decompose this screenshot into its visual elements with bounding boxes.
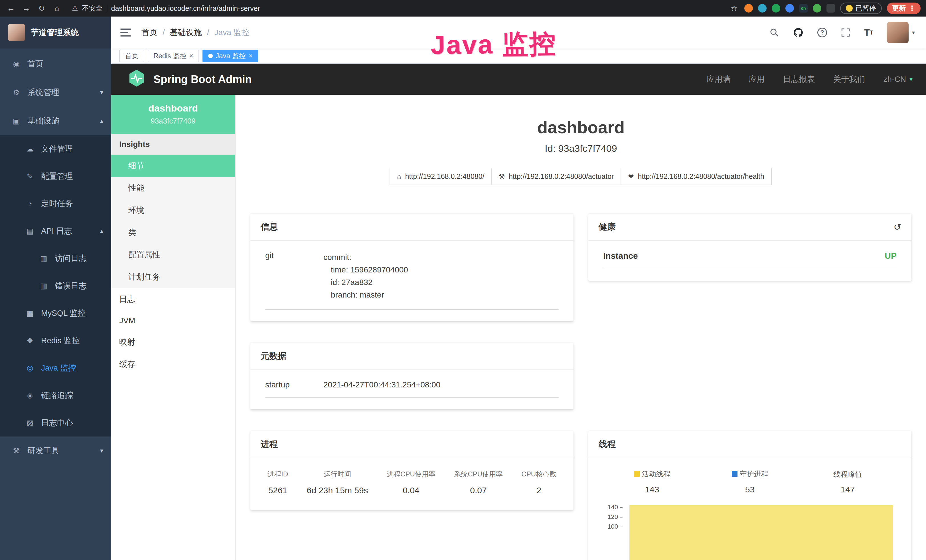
sidebar-item-infrastructure[interactable]: ▣ 基础设施 ▴ [0, 107, 111, 135]
error-log-icon: ▥ [39, 282, 48, 291]
tab-redis-monitor[interactable]: Redis 监控 × [148, 50, 199, 62]
security-label[interactable]: 不安全 [82, 4, 103, 13]
health-url-link[interactable]: ❤ http://192.168.0.2:48080/actuator/heal… [620, 168, 772, 185]
github-icon[interactable] [793, 27, 803, 38]
bookmark-star-icon[interactable]: ☆ [729, 3, 739, 14]
user-menu[interactable]: ▾ [887, 22, 915, 43]
sidebar-item-label: 研发工具 [27, 445, 59, 456]
extension-leaf-icon[interactable] [813, 4, 822, 12]
sba-nav-wallboard[interactable]: 应用墙 [707, 74, 731, 85]
avatar[interactable] [887, 22, 909, 43]
instance-links: ⌂ http://192.168.0.2:48080/ ⚒ http://192… [236, 168, 926, 185]
forward-icon[interactable]: → [21, 3, 31, 14]
sidebar-item-log-center[interactable]: ▨ 日志中心 [0, 409, 111, 436]
sba-nav-environment[interactable]: 环境 [111, 199, 235, 221]
sba-nav-journal[interactable]: 日志报表 [783, 74, 815, 85]
kebab-menu-icon[interactable]: ⋮ [909, 4, 915, 12]
paused-badge[interactable]: 已暂停 [840, 3, 882, 14]
help-icon[interactable]: ? [817, 28, 827, 37]
sba-nav-details[interactable]: 细节 [111, 154, 235, 177]
sidebar-item-label: 配置管理 [41, 171, 73, 182]
extension-icon[interactable] [785, 4, 794, 12]
sba-language-select[interactable]: zh-CN ▾ [884, 75, 912, 84]
sba-nav-mappings[interactable]: 映射 [111, 331, 235, 353]
font-size-icon[interactable]: TT [864, 27, 873, 38]
history-icon[interactable]: ↺ [893, 222, 901, 233]
logo-avatar [8, 24, 25, 41]
extension-icon[interactable] [772, 4, 780, 12]
sidebar-item-label: 访问日志 [55, 253, 87, 264]
sba-nav-jvm[interactable]: JVM [111, 310, 235, 331]
extension-icon[interactable] [744, 4, 753, 12]
sidebar-item-file-management[interactable]: ☁ 文件管理 [0, 135, 111, 163]
url-text[interactable]: dashboard.yudao.iocoder.cn/infra/admin-s… [111, 4, 260, 12]
sidebar-item-home[interactable]: ◉ 首页 [0, 50, 111, 78]
metric-cpu-cores: CPU核心数 2 [521, 469, 557, 495]
fullscreen-icon[interactable] [841, 28, 850, 37]
tab-label: Redis 监控 [153, 51, 186, 61]
sidebar-item-link-tracing[interactable]: ◈ 链路追踪 [0, 382, 111, 409]
sba-nav-applications[interactable]: 应用 [749, 74, 765, 85]
extension-icon[interactable] [826, 4, 835, 12]
update-button[interactable]: 更新 ⋮ [887, 3, 921, 14]
sidebar-item-system-management[interactable]: ⚙ 系统管理 ▾ [0, 78, 111, 107]
redis-icon: ❖ [25, 336, 35, 345]
app-logo[interactable]: 芋道管理系统 [0, 17, 111, 48]
gauge-icon: ◉ [11, 60, 21, 68]
tag-tab-bar: 首页 Redis 监控 × Java 监控 × [111, 48, 926, 64]
tab-home[interactable]: 首页 [119, 50, 144, 62]
sba-nav-about[interactable]: 关于我们 [833, 74, 865, 85]
edit-icon: ✎ [25, 172, 35, 181]
service-url-link[interactable]: ⌂ http://192.168.0.2:48080/ [390, 168, 492, 185]
sba-nav-scheduled-tasks[interactable]: 计划任务 [111, 266, 235, 288]
sba-app-header[interactable]: dashboard 93a3fc7f7409 [111, 95, 235, 134]
sba-brand-title[interactable]: Spring Boot Admin [153, 73, 252, 86]
extension-icon[interactable] [758, 4, 767, 12]
sidebar-item-redis-monitor[interactable]: ❖ Redis 监控 [0, 327, 111, 354]
paused-label: 已暂停 [856, 4, 876, 13]
breadcrumb-infrastructure[interactable]: 基础设施 [170, 27, 202, 38]
sba-nav-caches[interactable]: 缓存 [111, 353, 235, 375]
sba-header: Spring Boot Admin 应用墙 应用 日志报表 关于我们 zh-CN… [111, 64, 926, 95]
chart-area-fill [629, 505, 893, 560]
sidebar-item-access-logs[interactable]: ▥ 访问日志 [0, 245, 111, 272]
chevron-up-icon: ▴ [100, 117, 103, 125]
metric-pid: 进程ID 5261 [268, 469, 288, 495]
sba-nav-config-properties[interactable]: 配置属性 [111, 244, 235, 266]
sba-logo-icon[interactable] [127, 69, 146, 90]
address-bar[interactable]: ⚠ 不安全 dashboard.yudao.iocoder.cn/infra/a… [72, 4, 724, 13]
hamburger-icon[interactable] [120, 29, 131, 36]
sidebar-item-scheduled-tasks[interactable]: ◔ 定时任务 [0, 190, 111, 217]
sidebar-item-dev-tools[interactable]: ⚒ 研发工具 ▾ [0, 436, 111, 465]
active-dot [208, 54, 213, 58]
sidebar-item-api-logs[interactable]: ▤ API 日志 ▴ [0, 217, 111, 245]
actuator-url-link[interactable]: ⚒ http://192.168.0.2:48080/actuator [492, 168, 622, 185]
link-label: http://192.168.0.2:48080/actuator/health [638, 172, 764, 180]
search-icon[interactable] [769, 28, 779, 37]
sba-nav-logs[interactable]: 日志 [111, 288, 235, 310]
sidebar-item-error-logs[interactable]: ▥ 错误日志 [0, 272, 111, 300]
sidebar-item-config-management[interactable]: ✎ 配置管理 [0, 163, 111, 190]
sba-nav-performance[interactable]: 性能 [111, 177, 235, 199]
info-value: commit: time: 1596289704000 id: 27aa832 … [324, 251, 408, 301]
tab-java-monitor[interactable]: Java 监控 × [203, 50, 258, 62]
breadcrumb-home[interactable]: 首页 [141, 27, 157, 38]
back-icon[interactable]: ← [6, 3, 16, 14]
java-monitor-icon: ◎ [25, 364, 35, 372]
home-icon: ⌂ [397, 173, 401, 180]
browser-home-icon[interactable]: ⌂ [52, 3, 62, 14]
sba-nav-classes[interactable]: 类 [111, 221, 235, 244]
close-icon[interactable]: × [189, 53, 194, 59]
info-git-row: git commit: time: 1596289704000 id: 27aa… [265, 251, 559, 310]
chevron-down-icon: ▾ [100, 447, 103, 454]
cloud-icon: ☁ [25, 145, 35, 153]
close-icon[interactable]: × [248, 53, 253, 59]
sba-insights-group: 细节 性能 环境 类 配置属性 计划任务 [111, 154, 235, 288]
link-label: http://192.168.0.2:48080/actuator [509, 172, 614, 180]
sidebar-item-java-monitor[interactable]: ◎ Java 监控 [0, 354, 111, 382]
trace-icon: ◈ [25, 391, 35, 400]
breadcrumb-separator: / [207, 28, 209, 37]
sidebar-item-mysql-monitor[interactable]: ▦ MySQL 监控 [0, 300, 111, 327]
reload-icon[interactable]: ↻ [36, 3, 47, 14]
extension-on-icon[interactable]: on [799, 4, 808, 12]
